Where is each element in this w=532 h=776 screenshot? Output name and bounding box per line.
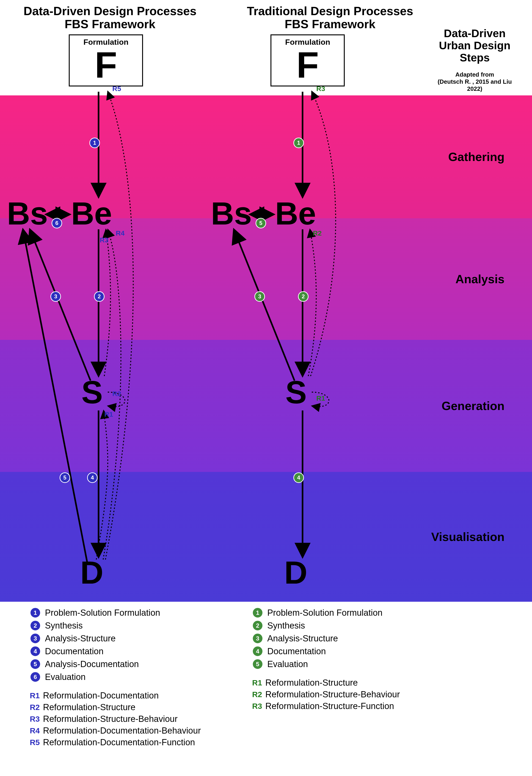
side-subtitle: Adapted from (Deutsch R. , 2015 and Liu …: [431, 71, 518, 92]
side-title: Data-Driven Urban Design Steps: [431, 27, 518, 64]
legend-label: Analysis-Documentation: [45, 659, 139, 669]
legend-step: 2Synthesis: [252, 620, 459, 631]
legend-step: 5Evaluation: [252, 658, 459, 669]
legend-reform-label: Reformulation-Structure-Behaviour: [265, 690, 400, 700]
legend-reform-tag: R2: [252, 690, 262, 699]
legend-reform: R3Reformulation-Structure-Function: [252, 701, 459, 711]
left-badge-3: 3: [50, 291, 61, 302]
legend-reform: R1Reformulation-Structure: [252, 678, 459, 688]
legend-label: Evaluation: [45, 672, 85, 682]
left-r4: R4: [116, 229, 124, 237]
legend-reform: R3Reformulation-Structure-Behaviour: [30, 714, 236, 724]
legend-label: Documentation: [45, 646, 103, 656]
legend-badge: 4: [252, 646, 263, 657]
title-left: Data-Driven Design Processes FBS Framewo…: [0, 5, 220, 31]
legend-badge: 2: [252, 620, 263, 631]
legend-reform-tag: R1: [30, 691, 40, 700]
left-r3: R3: [100, 236, 108, 244]
legend-reform-tag: R1: [252, 678, 262, 687]
right-r2: R2: [313, 229, 322, 237]
right-r1: R1: [316, 394, 325, 402]
legend-step: 4Documentation: [30, 646, 236, 657]
left-node-s: S: [81, 374, 103, 411]
band-label-visualisation: Visualisation: [431, 530, 505, 544]
legend-reform: R2Reformulation-Structure-Behaviour: [252, 690, 459, 700]
legend-badge: 6: [30, 671, 41, 683]
legend-label: Analysis-Structure: [267, 634, 338, 643]
legend-badge: 3: [30, 633, 41, 644]
right-r3: R3: [316, 85, 325, 92]
left-badge-4: 4: [87, 472, 98, 483]
right-node-d: D: [284, 554, 307, 591]
legend-reform-tag: R3: [252, 702, 262, 711]
legend-step: 2Synthesis: [30, 620, 236, 631]
left-badge-6: 6: [52, 218, 62, 228]
legend-label: Evaluation: [267, 659, 308, 669]
legend-reform-label: Reformulation-Structure-Function: [265, 701, 394, 711]
legend-badge: 4: [30, 646, 41, 657]
band-visualisation: Visualisation: [0, 472, 532, 602]
legend-reform-label: Reformulation-Structure-Behaviour: [43, 714, 178, 724]
right-badge-1: 1: [293, 138, 304, 148]
legend-reform-tag: R4: [30, 726, 40, 735]
right-node-f-box: Formulation F: [270, 34, 345, 86]
legend-step: 1Problem-Solution Formulation: [30, 607, 236, 618]
legend-badge: 5: [30, 658, 41, 669]
legend-badge: 1: [252, 607, 263, 618]
legend-label: Documentation: [267, 646, 326, 656]
legend-badge: 2: [30, 620, 41, 631]
legend-reform-tag: R3: [30, 715, 40, 724]
band-label-generation: Generation: [442, 399, 505, 413]
legend-step: 3Analysis-Structure: [252, 633, 459, 644]
left-node-bs: Bs: [7, 195, 48, 232]
legend-step: 4Documentation: [252, 646, 459, 657]
left-badge-2: 2: [94, 291, 104, 302]
left-node-be: Be: [71, 195, 112, 232]
legend-reform-label: Reformulation-Documentation: [43, 691, 159, 701]
left-node-f-box: Formulation F: [69, 34, 143, 86]
legend-badge: 5: [252, 658, 263, 669]
left-r5: R5: [112, 85, 121, 92]
legend-reform-tag: R2: [30, 703, 40, 712]
right-badge-5: 5: [256, 218, 266, 228]
left-r2: R2: [112, 390, 121, 398]
legend-step: 6Evaluation: [30, 671, 236, 683]
right-badge-3: 3: [254, 291, 265, 302]
right-badge-2: 2: [298, 291, 308, 302]
left-badge-5: 5: [60, 472, 70, 483]
band-generation: Generation: [0, 340, 532, 472]
legend-badge: 1: [30, 607, 41, 618]
legend-reform-label: Reformulation-Structure: [43, 703, 135, 712]
legend-label: Problem-Solution Formulation: [267, 608, 382, 618]
title-right: Traditional Design Processes FBS Framewo…: [220, 5, 440, 31]
legend-reform-tag: R5: [30, 738, 40, 747]
right-badge-4: 4: [293, 472, 304, 483]
legend-reform: R2Reformulation-Structure: [30, 703, 236, 712]
legend-reform-label: Reformulation-Structure: [265, 678, 357, 688]
legend-step: 3Analysis-Structure: [30, 633, 236, 644]
legend-reform: R4Reformulation-Documentation-Behaviour: [30, 726, 236, 736]
legend-left: 1Problem-Solution Formulation2Synthesis3…: [30, 605, 236, 749]
band-analysis: Analysis: [0, 218, 532, 340]
legend-step: 5Analysis-Documentation: [30, 658, 236, 669]
left-r1: R1: [104, 410, 113, 418]
right-node-s: S: [285, 374, 307, 411]
left-badge-1: 1: [89, 138, 100, 148]
band-label-analysis: Analysis: [456, 272, 505, 286]
right-node-be: Be: [275, 195, 316, 232]
legend-label: Synthesis: [267, 621, 305, 631]
legend-label: Synthesis: [45, 621, 83, 631]
legend-reform-label: Reformulation-Documentation-Function: [43, 738, 195, 747]
legend-badge: 3: [252, 633, 263, 644]
legend-label: Analysis-Structure: [45, 634, 115, 643]
band-label-gathering: Gathering: [448, 150, 505, 164]
left-node-d: D: [80, 554, 103, 591]
legend-reform: R5Reformulation-Documentation-Function: [30, 738, 236, 747]
legend-reform-label: Reformulation-Documentation-Behaviour: [43, 726, 201, 736]
diagram-page: Gathering Analysis Generation Visualisat…: [0, 0, 532, 776]
legend-reform: R1Reformulation-Documentation: [30, 691, 236, 701]
legend-label: Problem-Solution Formulation: [45, 608, 160, 618]
right-node-bs: Bs: [211, 195, 252, 232]
legend-right: 1Problem-Solution Formulation2Synthesis3…: [252, 605, 459, 713]
legend-step: 1Problem-Solution Formulation: [252, 607, 459, 618]
